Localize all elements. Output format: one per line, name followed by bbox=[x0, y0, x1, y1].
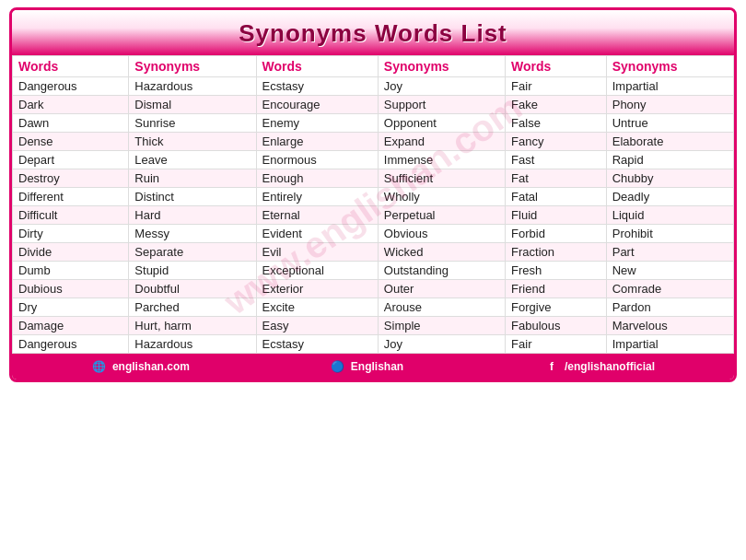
table-cell-4-4: Fast bbox=[506, 151, 607, 169]
table-cell-1-1: Dismal bbox=[129, 96, 256, 114]
table-cell-13-3: Simple bbox=[378, 317, 505, 335]
table-row: DifferentDistinctEntirelyWhollyFatalDead… bbox=[13, 188, 734, 206]
table-cell-10-3: Outstanding bbox=[378, 262, 505, 280]
table-cell-1-5: Phony bbox=[606, 96, 733, 114]
table-cell-0-5: Impartial bbox=[606, 77, 733, 96]
table-row: DangerousHazardousEcstasyJoyFairImpartia… bbox=[13, 335, 734, 354]
footer-social: f /englishanofficial bbox=[543, 358, 655, 375]
table-header: Words Synonyms Words Synonyms Words Syno… bbox=[13, 56, 734, 77]
table-cell-7-3: Perpetual bbox=[378, 206, 505, 225]
table-cell-9-5: Part bbox=[606, 243, 733, 262]
table-cell-3-5: Elaborate bbox=[606, 133, 733, 151]
table-cell-4-1: Leave bbox=[129, 151, 256, 169]
table-cell-13-1: Hurt, harm bbox=[129, 317, 256, 335]
table-cell-11-2: Exterior bbox=[256, 280, 378, 298]
table-cell-2-3: Opponent bbox=[378, 114, 505, 133]
table-container: Words Synonyms Words Synonyms Words Syno… bbox=[12, 55, 734, 354]
page-title: Synonyms Words List bbox=[16, 19, 730, 48]
table-cell-14-0: Dangerous bbox=[13, 335, 129, 354]
table-cell-5-4: Fat bbox=[506, 169, 607, 188]
table-cell-6-2: Entirely bbox=[256, 188, 378, 206]
table-cell-6-4: Fatal bbox=[506, 188, 607, 206]
table-cell-3-2: Enlarge bbox=[256, 133, 378, 151]
table-cell-9-2: Evil bbox=[256, 243, 378, 262]
table-cell-1-3: Support bbox=[378, 96, 505, 114]
table-cell-1-0: Dark bbox=[13, 96, 129, 114]
table-cell-8-0: Dirty bbox=[13, 225, 129, 243]
table-cell-2-5: Untrue bbox=[606, 114, 733, 133]
table-cell-3-0: Dense bbox=[13, 133, 129, 151]
table-cell-8-5: Prohibit bbox=[606, 225, 733, 243]
table-row: DirtyMessyEvidentObviousForbidProhibit bbox=[13, 225, 734, 243]
footer-social-text: /englishanofficial bbox=[565, 360, 655, 373]
title-bar: Synonyms Words List bbox=[12, 10, 734, 55]
table-cell-4-2: Enormous bbox=[256, 151, 378, 169]
table-cell-4-3: Immense bbox=[378, 151, 505, 169]
table-row: DangerousHazardousEcstasyJoyFairImpartia… bbox=[13, 77, 734, 96]
table-wrapper: www.englishan.com Words Synonyms Words S… bbox=[12, 55, 734, 354]
facebook-icon: f bbox=[543, 358, 560, 375]
table-cell-4-5: Rapid bbox=[606, 151, 733, 169]
table-cell-14-1: Hazardous bbox=[129, 335, 256, 354]
main-container: Synonyms Words List www.englishan.com Wo… bbox=[9, 7, 737, 382]
table-cell-14-3: Joy bbox=[378, 335, 505, 354]
table-cell-7-2: Eternal bbox=[256, 206, 378, 225]
footer-website-text: englishan.com bbox=[112, 360, 190, 373]
col-header-words3: Words bbox=[506, 56, 607, 77]
table-cell-8-1: Messy bbox=[129, 225, 256, 243]
table-cell-11-5: Comrade bbox=[606, 280, 733, 298]
table-row: DepartLeaveEnormousImmenseFastRapid bbox=[13, 151, 734, 169]
table-cell-13-2: Easy bbox=[256, 317, 378, 335]
table-cell-6-0: Different bbox=[13, 188, 129, 206]
table-cell-4-0: Depart bbox=[13, 151, 129, 169]
table-cell-1-2: Encourage bbox=[256, 96, 378, 114]
table-cell-7-5: Liquid bbox=[606, 206, 733, 225]
table-cell-5-1: Ruin bbox=[129, 169, 256, 188]
brand-icon: 🔵 bbox=[330, 358, 346, 375]
table-row: DumbStupidExceptionalOutstandingFreshNew bbox=[13, 262, 734, 280]
table-cell-12-3: Arouse bbox=[378, 298, 505, 317]
footer-website: 🌐 englishan.com bbox=[91, 358, 190, 375]
table-row: DawnSunriseEnemyOpponentFalseUntrue bbox=[13, 114, 734, 133]
table-cell-12-1: Parched bbox=[129, 298, 256, 317]
table-cell-2-2: Enemy bbox=[256, 114, 378, 133]
table-cell-3-4: Fancy bbox=[506, 133, 607, 151]
table-cell-5-0: Destroy bbox=[13, 169, 129, 188]
table-cell-10-4: Fresh bbox=[506, 262, 607, 280]
table-cell-9-3: Wicked bbox=[378, 243, 505, 262]
globe-icon: 🌐 bbox=[91, 358, 108, 375]
synonyms-table: Words Synonyms Words Synonyms Words Syno… bbox=[12, 55, 734, 354]
footer-brand-text: Englishan bbox=[351, 360, 403, 373]
table-cell-0-1: Hazardous bbox=[129, 77, 256, 96]
table-cell-14-4: Fair bbox=[506, 335, 607, 354]
table-cell-12-4: Forgive bbox=[506, 298, 607, 317]
table-cell-14-2: Ecstasy bbox=[256, 335, 378, 354]
table-cell-14-5: Impartial bbox=[606, 335, 733, 354]
table-cell-5-3: Sufficient bbox=[378, 169, 505, 188]
footer-brand: 🔵 Englishan bbox=[330, 358, 403, 375]
table-cell-0-4: Fair bbox=[506, 77, 607, 96]
table-cell-9-0: Divide bbox=[13, 243, 129, 262]
col-header-words1: Words bbox=[13, 56, 129, 77]
table-cell-6-5: Deadly bbox=[606, 188, 733, 206]
table-cell-10-1: Stupid bbox=[129, 262, 256, 280]
table-cell-11-4: Friend bbox=[506, 280, 607, 298]
table-cell-13-0: Damage bbox=[13, 317, 129, 335]
table-cell-5-5: Chubby bbox=[606, 169, 733, 188]
table-cell-0-2: Ecstasy bbox=[256, 77, 378, 96]
table-row: DryParchedExciteArouseForgivePardon bbox=[13, 298, 734, 317]
table-cell-6-3: Wholly bbox=[378, 188, 505, 206]
table-cell-7-4: Fluid bbox=[506, 206, 607, 225]
table-cell-0-0: Dangerous bbox=[13, 77, 129, 96]
table-cell-6-1: Distinct bbox=[129, 188, 256, 206]
table-cell-3-1: Thick bbox=[129, 133, 256, 151]
col-header-synonyms1: Synonyms bbox=[129, 56, 256, 77]
table-row: DarkDismalEncourageSupportFakePhony bbox=[13, 96, 734, 114]
table-cell-8-3: Obvious bbox=[378, 225, 505, 243]
table-cell-7-1: Hard bbox=[129, 206, 256, 225]
table-row: DifficultHardEternalPerpetualFluidLiquid bbox=[13, 206, 734, 225]
table-cell-8-4: Forbid bbox=[506, 225, 607, 243]
table-row: DestroyRuinEnoughSufficientFatChubby bbox=[13, 169, 734, 188]
table-cell-9-4: Fraction bbox=[506, 243, 607, 262]
table-cell-8-2: Evident bbox=[256, 225, 378, 243]
